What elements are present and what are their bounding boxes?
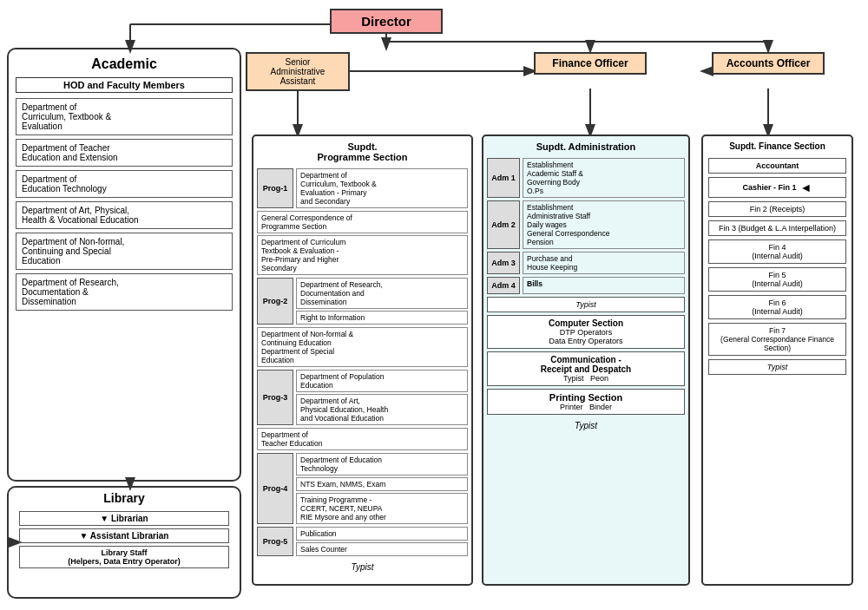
prog-3-item-2: Department of Art,Physical Education, He… [296,394,468,425]
prog-5-label: Prog-5 [257,527,293,556]
prog-5-item-2: Sales Counter [296,542,468,556]
typist-block: Typist [487,297,685,312]
printing-section-block: Printing Section Printer Binder [487,389,685,415]
adm-1-label: Adm 1 [487,158,520,198]
librarian-box: ▼ Librarian [19,511,229,526]
adm-row-3: Adm 3 Purchase andHouse Keeping [487,252,685,274]
computer-section-block: Computer Section DTP OperatorsData Entry… [487,315,685,349]
director-box: Director [330,9,443,34]
prog-typist: Typist [253,559,471,575]
prog-4-item-2: NTS Exam, NMMS, Exam [296,477,468,491]
adm-row-1: Adm 1 EstablishmentAcademic Staff &Gover… [487,158,685,198]
accounts-officer-box: Accounts Officer [712,52,825,75]
dept-item: Department of Research,Documentation &Di… [16,273,233,311]
department-list: Department ofCurriculum, Textbook &Evalu… [16,98,233,311]
dept-item: Department of Art, Physical,Health & Voc… [16,201,233,229]
prog-2-item-1: Department of Research,Documentation and… [296,278,468,309]
adm-2-content: EstablishmentAdministrative StaffDaily w… [523,200,685,249]
prog-teacher-edu: Department ofTeacher Education [257,428,468,450]
senior-admin-box: SeniorAdministrativeAssistant [246,52,350,91]
director-label: Director [361,14,411,29]
adm-1-content: EstablishmentAcademic Staff &Governing B… [523,158,685,198]
library-staff-box: Library Staff(Helpers, Data Entry Operat… [19,546,229,568]
adm-4-content: Bills [523,277,685,294]
adm-3-content: Purchase andHouse Keeping [523,252,685,274]
fin7-box: Fin 7(General Correspondance Finance Sec… [708,323,846,356]
prog-group-4: Prog-4 Department of EducationTechnology… [257,453,468,524]
finance-officer-box: Finance Officer [534,52,647,75]
accountant-box: Accountant [708,158,846,174]
dept-item: Department of TeacherEducation and Exten… [16,139,233,167]
dept-item: Department ofCurriculum, Textbook &Evalu… [16,98,233,135]
adm-row-2: Adm 2 EstablishmentAdministrative StaffD… [487,200,685,249]
admin-title: Supdt. Administration [483,136,688,155]
academic-title: Academic [9,49,240,74]
prog-2-item-2: Right to Information [296,311,468,325]
programme-section: Supdt.Programme Section Prog-1 Departmen… [252,134,473,586]
dept-item: Department of Non-formal,Continuing and … [16,233,233,270]
fin2-box: Fin 2 (Receipts) [708,201,846,217]
senior-admin-label: SeniorAdministrativeAssistant [254,57,341,86]
prog-group-1: Prog-1 Department ofCurriculum, Textbook… [257,168,468,208]
finance-section-title: Supdt. Finance Section [703,136,852,154]
adm-row-4: Adm 4 Bills [487,277,685,294]
prog-4-item-3: Training Programme -CCERT, NCERT, NEUPAR… [296,493,468,524]
prog-2-label: Prog-2 [257,278,293,325]
prog-nonformal: Department of Non-formal &Continuing Edu… [257,327,468,367]
accounts-officer-label: Accounts Officer [727,57,811,69]
adm-4-label: Adm 4 [487,277,520,294]
prog-3-label: Prog-3 [257,370,293,425]
admin-typist-bottom: Typist [483,417,688,434]
adm-3-label: Adm 3 [487,252,520,274]
prog-curriculum-higher: Department of CurriculumTextbook & Evalu… [257,235,468,275]
prog-group-5: Prog-5 Publication Sales Counter [257,527,468,556]
prog-4-item-1: Department of EducationTechnology [296,453,468,476]
finance-officer-label: Finance Officer [552,57,628,69]
administration-section: Supdt. Administration Adm 1 Establishmen… [482,134,690,586]
prog-general-corr: General Correspondence ofProgramme Secti… [257,211,468,233]
finance-section: Supdt. Finance Section Accountant Cashie… [701,134,853,586]
prog-4-label: Prog-4 [257,453,293,524]
asst-librarian-box: ▼ Assistant Librarian [19,528,229,543]
library-title: Library [9,488,240,508]
prog-section-title: Supdt.Programme Section [253,136,471,166]
finance-typist: Typist [708,359,846,375]
fin4-box: Fin 4(Internal Audit) [708,239,846,264]
cashier-fin1-box: Cashier - Fin 1 ◄ [708,177,846,198]
academic-subtitle: HOD and Faculty Members [16,77,233,93]
fin3-box: Fin 3 (Budget & L.A Interpellation) [708,220,846,236]
dept-item: Department ofEducation Technology [16,170,233,198]
prog-5-item-1: Publication [296,527,468,541]
prog-group-2: Prog-2 Department of Research,Documentat… [257,278,468,325]
academic-section: Academic HOD and Faculty Members Departm… [7,48,241,482]
fin6-box: Fin 6(Internal Audit) [708,295,846,319]
prog-1-label: Prog-1 [257,168,293,208]
library-section: Library ▼ Librarian ▼ Assistant Libraria… [7,486,241,599]
prog-3-item-1: Department of PopulationEducation [296,370,468,392]
adm-2-label: Adm 2 [487,200,520,249]
communication-block: Communication -Receipt and Despatch Typi… [487,351,685,386]
prog-1-item-1: Department ofCurriculum, Textbook &Evalu… [296,168,468,208]
fin5-box: Fin 5(Internal Audit) [708,267,846,292]
prog-group-3: Prog-3 Department of PopulationEducation… [257,370,468,425]
